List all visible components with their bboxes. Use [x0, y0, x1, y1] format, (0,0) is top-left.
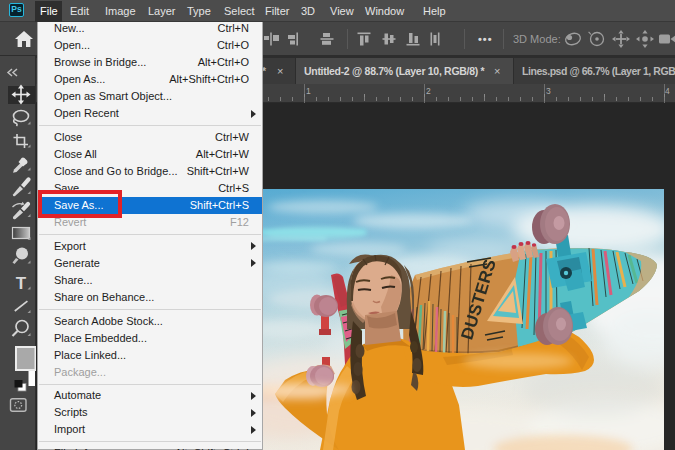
svg-text:T: T [16, 274, 27, 293]
